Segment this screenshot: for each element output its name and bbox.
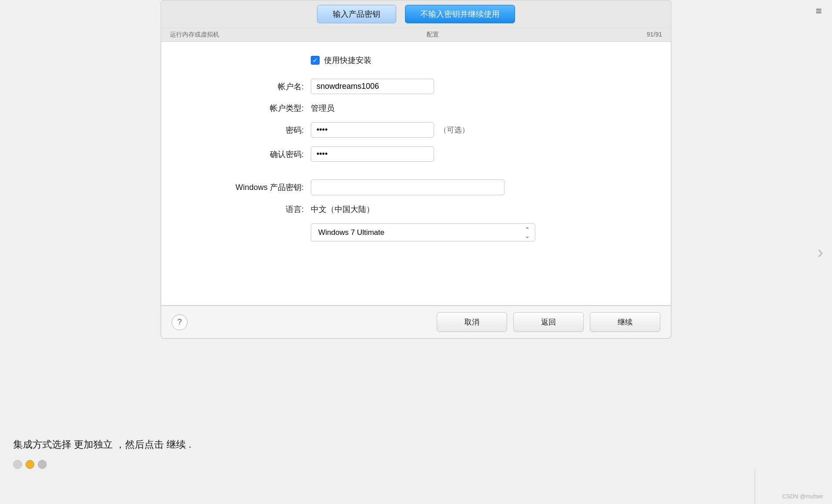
confirm-password-row: 确认密码: xyxy=(188,146,644,162)
continue-button[interactable]: 继续 xyxy=(590,312,660,332)
dot-2 xyxy=(26,460,34,469)
password-input[interactable] xyxy=(311,122,434,138)
language-row: 语言: 中文（中国大陆） xyxy=(188,204,644,215)
cancel-button[interactable]: 取消 xyxy=(437,312,507,332)
bottom-dots xyxy=(13,460,819,469)
confirm-password-label: 确认密码: xyxy=(188,149,311,160)
enter-key-button[interactable]: 输入产品密钥 xyxy=(317,5,396,23)
bottom-divider xyxy=(755,469,755,504)
product-key-row: Windows 产品密钥: xyxy=(188,179,644,195)
version-dropdown-row: Windows 7 Ultimate Windows 7 Home Premiu… xyxy=(188,223,644,241)
quick-install-label: 使用快捷安装 xyxy=(324,55,372,66)
account-name-row: 帐户名: xyxy=(188,79,644,94)
top-buttons-area: 输入产品密钥 不输入密钥并继续使用 xyxy=(161,0,671,28)
help-button[interactable]: ? xyxy=(172,314,188,330)
bottom-actions: 取消 返回 继续 xyxy=(437,312,660,332)
top-bar: ≡ xyxy=(806,0,832,22)
password-optional-hint: （可选） xyxy=(439,125,469,135)
version-select-wrapper: Windows 7 Ultimate Windows 7 Home Premiu… xyxy=(311,223,535,241)
bottom-text-area: 集成方式选择 更加独立 ，然后点击 继续 . xyxy=(0,429,832,469)
hamburger-icon[interactable]: ≡ xyxy=(816,5,822,17)
main-dialog: 输入产品密钥 不输入密钥并继续使用 运行内存或虚拟机 配置 91/91 ✓ 使用… xyxy=(161,0,671,339)
confirm-password-input[interactable] xyxy=(311,146,434,162)
password-row: 密码: （可选） xyxy=(188,122,644,138)
password-label: 密码: xyxy=(188,125,311,135)
language-value: 中文（中国大陆） xyxy=(311,204,374,215)
table-col3: 91/91 xyxy=(647,31,662,39)
right-arrow-button[interactable]: › xyxy=(817,242,823,262)
quick-install-row: ✓ 使用快捷安装 xyxy=(188,55,644,66)
version-select[interactable]: Windows 7 Ultimate Windows 7 Home Premiu… xyxy=(311,223,535,241)
account-name-label: 帐户名: xyxy=(188,81,311,92)
language-label: 语言: xyxy=(188,204,311,215)
back-button[interactable]: 返回 xyxy=(513,312,584,332)
account-type-row: 帐户类型: 管理员 xyxy=(188,103,644,113)
account-type-value: 管理员 xyxy=(311,103,335,113)
skip-key-button[interactable]: 不输入密钥并继续使用 xyxy=(405,5,515,23)
account-name-input[interactable] xyxy=(311,79,434,94)
table-col2: 配置 xyxy=(427,31,439,39)
table-header-strip: 运行内存或虚拟机 配置 91/91 xyxy=(161,28,671,42)
bottom-bar: ? 取消 返回 继续 xyxy=(161,306,671,339)
form-area: ✓ 使用快捷安装 帐户名: 帐户类型: 管理员 密码: （可选） 确认密码: W xyxy=(161,42,671,306)
bottom-text: 集成方式选择 更加独立 ，然后点击 继续 . xyxy=(13,438,819,451)
dot-3 xyxy=(38,460,47,469)
quick-install-checkbox[interactable]: ✓ xyxy=(311,56,320,65)
dot-1 xyxy=(13,460,22,469)
csdn-watermark: CSDN @mufser xyxy=(782,493,823,500)
product-key-input[interactable] xyxy=(311,179,504,195)
product-key-label: Windows 产品密钥: xyxy=(188,182,311,193)
table-col1: 运行内存或虚拟机 xyxy=(170,31,219,39)
account-type-label: 帐户类型: xyxy=(188,103,311,113)
